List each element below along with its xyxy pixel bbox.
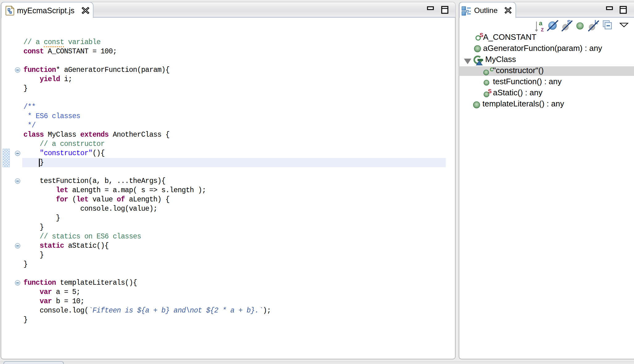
svg-text:S: S	[488, 88, 492, 94]
svg-text:z: z	[541, 26, 544, 33]
svg-text:a: a	[539, 20, 543, 27]
svg-text:C: C	[490, 67, 494, 72]
svg-text:S: S	[480, 32, 483, 38]
